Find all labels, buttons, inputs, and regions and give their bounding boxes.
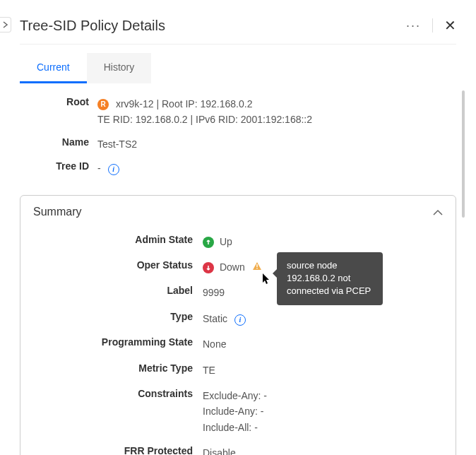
summary-title: Summary <box>33 206 81 218</box>
constraints-include-any: Include-Any: - <box>203 406 263 417</box>
treeid-label: Tree ID <box>20 160 97 172</box>
cursor-icon <box>263 273 271 287</box>
constraints-label: Constraints <box>33 388 203 399</box>
arrow-down-icon <box>203 262 214 273</box>
scrollbar[interactable] <box>462 90 465 441</box>
constraints-exclude-any: Exclude-Any: - <box>203 390 267 401</box>
tooltip-text: source node 192.168.0.2 not connected vi… <box>287 260 371 296</box>
metric-type-label: Metric Type <box>33 362 203 374</box>
frr-protected-label: FRR Protected <box>33 445 203 455</box>
programming-state-label: Programming State <box>33 336 203 348</box>
more-actions-button[interactable]: ··· <box>406 18 421 33</box>
summary-card: Summary Admin State Up Oper Status <box>20 195 456 455</box>
tabs: Current History <box>20 53 456 83</box>
programming-state-value: None <box>203 336 226 352</box>
tab-history[interactable]: History <box>87 53 152 83</box>
chevron-up-icon <box>433 206 443 218</box>
name-value: Test-TS2 <box>97 136 137 152</box>
admin-state-value: Up <box>220 236 232 247</box>
arrow-up-icon <box>203 237 214 248</box>
oper-status-value: Down <box>220 261 245 273</box>
router-badge-icon: R <box>97 99 109 110</box>
root-line2: TE RID: 192.168.0.2 | IPv6 RID: 2001:192… <box>97 114 312 125</box>
page-title: Tree-SID Policy Details <box>20 18 165 34</box>
svg-rect-1 <box>256 268 257 268</box>
divider <box>432 18 433 32</box>
close-button[interactable]: ✕ <box>444 17 456 34</box>
svg-rect-0 <box>256 264 257 267</box>
label-label: Label <box>33 285 203 296</box>
tab-current[interactable]: Current <box>20 53 87 83</box>
collapse-handle[interactable] <box>0 17 11 32</box>
type-value: Static <box>203 313 227 324</box>
info-icon[interactable]: i <box>108 164 119 175</box>
warning-icon[interactable] <box>252 261 262 273</box>
metric-type-value: TE <box>203 362 215 378</box>
summary-header[interactable]: Summary <box>20 196 456 228</box>
admin-state-label: Admin State <box>33 234 203 245</box>
name-label: Name <box>20 136 97 148</box>
oper-status-label: Oper Status <box>33 259 203 271</box>
panel-header: Tree-SID Policy Details ··· ✕ <box>20 0 456 45</box>
chevron-right-icon <box>3 21 8 28</box>
type-label: Type <box>33 311 203 322</box>
label-value: 9999 <box>203 285 225 300</box>
scrollbar-thumb[interactable] <box>462 90 465 218</box>
frr-protected-value: Disable <box>203 445 236 455</box>
root-label: Root <box>20 96 97 107</box>
tooltip: source node 192.168.0.2 not connected vi… <box>277 252 383 305</box>
root-line1: xrv9k-12 | Root IP: 192.168.0.2 <box>116 98 253 110</box>
treeid-value: - <box>97 162 101 174</box>
info-icon[interactable]: i <box>234 314 246 326</box>
constraints-include-all: Include-All: - <box>203 422 258 433</box>
